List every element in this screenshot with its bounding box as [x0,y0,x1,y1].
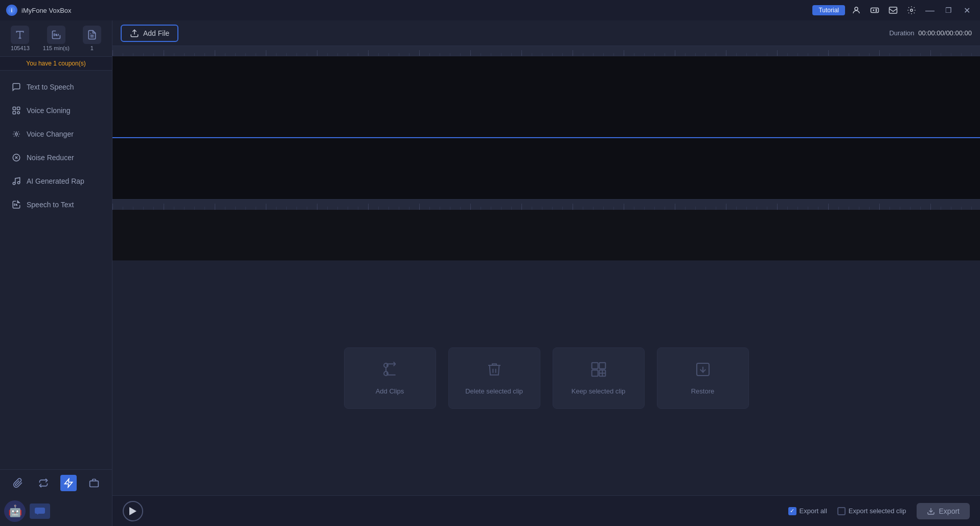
keep-clip-icon [590,361,607,381]
speech-to-text-icon [11,200,21,210]
delete-selected-clip-card[interactable]: Delete selected clip [448,347,540,409]
maximize-button[interactable]: ❐ [941,3,955,17]
svg-marker-40 [129,507,136,515]
add-clips-label: Add Clips [376,387,404,395]
timeline-ruler-bottom [112,200,980,210]
titlebar-actions: Tutorial [812,3,974,17]
restore-card[interactable]: Restore [657,347,749,409]
app-logo: i [6,5,17,16]
loop-icon[interactable] [35,475,52,491]
svg-rect-33 [599,362,605,368]
svg-rect-6 [890,7,897,13]
export-selected-label: Export selected clip [849,507,906,515]
sidebar-item-ai-generated-rap[interactable]: AI Generated Rap [3,170,109,192]
voice-cloning-icon [11,105,21,116]
svg-point-11 [15,133,18,136]
svg-rect-9 [17,107,20,109]
export-selected-option[interactable]: Export selected clip [837,507,906,515]
sidebar-item-voice-changer[interactable]: Voice Changer [3,123,109,145]
add-clips-card[interactable]: Add Clips [344,347,436,409]
magic-icon[interactable] [60,475,77,491]
export-all-checkbox[interactable] [788,507,796,515]
attachment-icon[interactable] [10,475,26,491]
stat-count: 1 [83,26,101,51]
minutes-value: 115 min(s) [43,45,70,51]
bottom-playback-bar: Export all Export selected clip Export [112,495,980,526]
export-btn-label: Export [939,507,960,515]
timeline-ruler-top [112,46,980,56]
briefcase-icon[interactable] [86,475,102,491]
svg-point-5 [876,11,877,12]
clip-tools-area: Add Clips Delete selected clip [112,260,980,495]
svg-rect-10 [13,112,15,114]
svg-rect-34 [591,370,598,376]
chat-bubble [30,503,50,519]
stat-characters: 105413 [11,26,30,51]
duration-value: 00:00:00/00:00:00 [918,29,972,37]
speech-to-text-label: Speech to Text [27,201,74,209]
export-selected-checkbox[interactable] [837,507,846,515]
minutes-icon [47,26,65,44]
svg-rect-18 [90,481,99,487]
delete-clip-icon [486,361,503,381]
settings-icon[interactable] [904,3,919,17]
svg-rect-32 [591,362,598,368]
keep-selected-clip-card[interactable]: Keep selected clip [553,347,645,409]
sidebar-item-speech-to-text[interactable]: Speech to Text [3,193,109,216]
play-button[interactable] [123,501,143,521]
coupon-banner: You have 1 coupon(s) [0,57,112,71]
user-icon[interactable] [849,3,863,17]
main-toolbar: Add File Duration 00:00:00/00:00:00 [112,20,980,46]
svg-point-15 [13,182,15,185]
voice-changer-label: Voice Changer [27,130,74,138]
ai-generated-rap-label: AI Generated Rap [27,177,84,185]
export-all-label: Export all [800,507,827,515]
svg-rect-19 [35,508,45,514]
count-value: 1 [90,45,94,51]
text-to-speech-icon [11,82,21,92]
svg-rect-28 [112,200,980,210]
svg-point-7 [910,9,913,12]
svg-rect-8 [13,107,15,109]
waveform-upper[interactable] [112,56,980,138]
noise-reducer-label: Noise Reducer [27,154,74,162]
close-button[interactable]: ✕ [960,3,974,17]
ruler-svg-bottom [112,200,980,210]
noise-reducer-icon [11,152,21,163]
minimize-button[interactable]: — [923,3,937,17]
svg-rect-3 [871,8,879,13]
titlebar: i iMyFone VoxBox Tutorial [0,0,980,20]
sidebar-item-text-to-speech[interactable]: Text to Speech [3,76,109,98]
export-all-option[interactable]: Export all [788,507,827,515]
waveform-lower[interactable] [112,138,980,200]
keep-clip-label: Keep selected clip [572,387,626,395]
voice-changer-icon [11,129,21,139]
sidebar-bottom-toolbar [0,469,112,496]
count-icon [83,26,101,44]
svg-point-16 [17,182,20,184]
tutorial-button[interactable]: Tutorial [812,5,845,15]
export-button[interactable]: Export [917,503,970,519]
mail-icon[interactable] [886,3,900,17]
duration-info: Duration 00:00:00/00:00:00 [889,29,972,37]
add-file-button[interactable]: Add File [121,25,178,42]
sidebar-item-noise-reducer[interactable]: Noise Reducer [3,146,109,169]
svg-point-4 [876,9,877,10]
sidebar-nav: Text to Speech Voice Cloning [0,71,112,469]
duration-label: Duration [889,29,914,37]
svg-point-2 [855,7,858,10]
upload-icon [130,29,139,38]
voice-cloning-label: Voice Cloning [27,106,71,115]
characters-value: 105413 [11,45,30,51]
game-icon[interactable] [868,3,882,17]
sidebar-item-voice-cloning[interactable]: Voice Cloning [3,99,109,122]
restore-icon [695,361,711,381]
ruler-marks-top [112,46,980,56]
add-file-label: Add File [143,29,169,37]
restore-label: Restore [691,387,715,395]
text-to-speech-label: Text to Speech [27,83,74,91]
ai-rap-icon [11,176,21,186]
delete-clip-label: Delete selected clip [465,387,523,395]
sidebar-stats: 105413 115 min(s) 1 [0,20,112,57]
app-title: iMyFone VoxBox [21,7,812,14]
